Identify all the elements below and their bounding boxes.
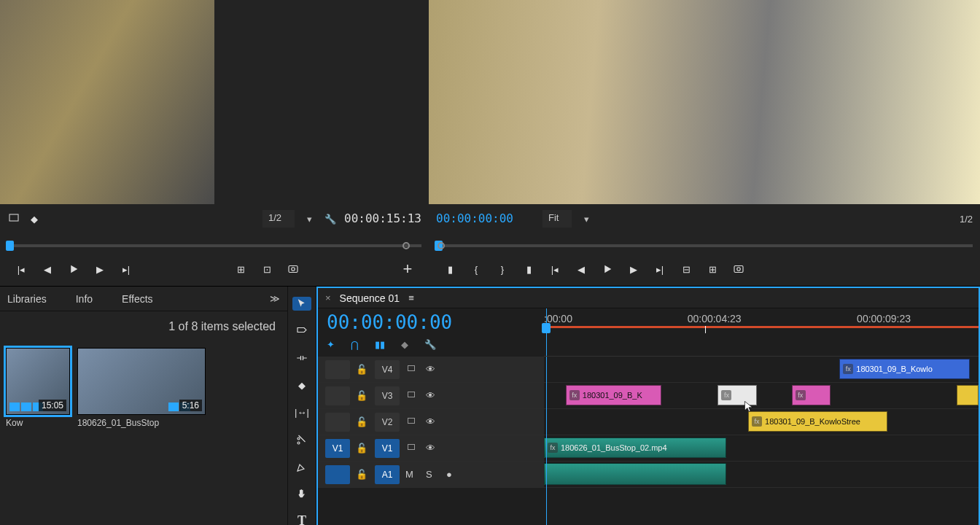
track-v2-header[interactable]: 🔓 V2 👁: [318, 409, 544, 435]
lock-icon[interactable]: 🔓: [356, 416, 369, 427]
play-icon[interactable]: [67, 262, 80, 276]
clip[interactable]: [957, 385, 979, 405]
clip[interactable]: fx180301_09_B_KowloStree: [748, 411, 887, 432]
insert-icon[interactable]: ⊞: [234, 262, 247, 276]
add-button-icon[interactable]: +: [401, 262, 414, 276]
source-scrubber[interactable]: [0, 233, 429, 255]
clip[interactable]: fx: [792, 385, 831, 405]
lock-icon[interactable]: 🔓: [356, 390, 369, 401]
go-to-out-icon[interactable]: ▸|: [120, 262, 133, 276]
snap-icon[interactable]: ✦: [327, 339, 335, 350]
record-icon[interactable]: ●: [446, 469, 461, 480]
bin-label: Kow: [6, 415, 70, 428]
timeline-toolbar: ◆ |↔| T: [287, 287, 316, 525]
eye-icon[interactable]: 👁: [426, 364, 440, 375]
set-out-icon[interactable]: }: [496, 262, 509, 276]
program-zoom-right: 1/2: [960, 214, 973, 225]
clip-audio[interactable]: [544, 463, 726, 485]
go-to-out-icon[interactable]: ▸|: [653, 262, 666, 276]
rate-stretch-tool-icon[interactable]: ◆: [292, 378, 311, 392]
set-in-icon[interactable]: {: [470, 262, 483, 276]
program-timecode[interactable]: 00:00:00:00: [436, 213, 513, 225]
bin-item[interactable]: 5:16 180626_01_BusStop: [77, 348, 206, 428]
program-scrubber[interactable]: [429, 233, 980, 255]
tabs-overflow-icon[interactable]: ≫: [270, 293, 280, 304]
sync-lock-icon[interactable]: [405, 362, 420, 376]
eye-icon[interactable]: 👁: [426, 443, 440, 454]
program-fit-select[interactable]: Fit: [542, 210, 572, 228]
export-frame-icon[interactable]: [732, 262, 745, 276]
source-video[interactable]: [0, 0, 214, 204]
program-monitor: [429, 0, 980, 204]
slip-tool-icon[interactable]: |↔|: [292, 405, 311, 419]
extract-icon[interactable]: ⊞: [706, 262, 719, 276]
ripple-edit-tool-icon[interactable]: [292, 351, 311, 365]
step-fwd-icon[interactable]: ▶: [627, 262, 640, 276]
chevron-down-icon[interactable]: ▾: [302, 214, 316, 225]
hand-tool-icon[interactable]: [292, 487, 311, 501]
source-timecode[interactable]: 00:00:15:13: [344, 213, 421, 225]
clip[interactable]: fx: [718, 385, 757, 405]
chevron-down-icon[interactable]: ▾: [579, 214, 594, 225]
overwrite-icon[interactable]: ⊡: [260, 262, 273, 276]
mark-out-icon[interactable]: ▮: [522, 262, 535, 276]
step-back-icon[interactable]: ◀: [575, 262, 588, 276]
eye-icon[interactable]: 👁: [426, 416, 440, 427]
go-to-in-icon[interactable]: |◂: [15, 262, 28, 276]
lock-icon[interactable]: 🔓: [356, 364, 369, 375]
selection-tool-icon[interactable]: [292, 297, 311, 311]
sync-lock-icon[interactable]: [405, 415, 420, 429]
step-fwd-icon[interactable]: ▶: [93, 262, 106, 276]
program-video[interactable]: [429, 0, 980, 204]
track-v1-header[interactable]: V1🔓 V1 👁: [318, 435, 544, 462]
svg-point-4: [737, 268, 741, 271]
bin-item[interactable]: 15:05 Kow: [6, 348, 70, 428]
track-a1-header[interactable]: 🔓 A1 M S ●: [318, 462, 544, 488]
track-select-tool-icon[interactable]: [292, 324, 311, 338]
type-tool-icon[interactable]: T: [292, 514, 311, 525]
marker-add-icon[interactable]: ◆: [401, 339, 408, 350]
clip[interactable]: fx180626_01_BusStop_02.mp4: [544, 438, 726, 458]
svg-rect-1: [289, 266, 298, 273]
tab-info[interactable]: Info: [76, 293, 93, 305]
linked-selection-icon[interactable]: ⋂: [351, 339, 359, 350]
settings-icon[interactable]: 🔧: [424, 339, 436, 350]
marker-icon[interactable]: ◆: [28, 212, 41, 225]
solo-icon[interactable]: S: [426, 469, 440, 480]
tab-effects[interactable]: Effects: [122, 293, 153, 305]
svg-rect-0: [9, 214, 18, 221]
source-zoom-select[interactable]: 1/2: [262, 210, 295, 228]
razor-tool-icon[interactable]: [292, 432, 311, 446]
mute-icon[interactable]: M: [405, 469, 420, 480]
sync-lock-icon[interactable]: [405, 441, 420, 455]
close-tab-icon[interactable]: ×: [325, 292, 331, 303]
step-back-icon[interactable]: ◀: [41, 262, 54, 276]
track-header: 🔓 V4 👁 🔓 V3 👁 🔓 V2 👁: [318, 357, 544, 525]
clip[interactable]: fx180301_09_B_Kowlo: [839, 359, 970, 379]
track-v3-header[interactable]: 🔓 V3 👁: [318, 383, 544, 409]
settings-icon[interactable]: [7, 212, 20, 225]
playhead[interactable]: [546, 308, 547, 356]
sequence-menu-icon[interactable]: ≡: [408, 292, 414, 303]
play-icon[interactable]: [601, 262, 614, 276]
lift-icon[interactable]: ⊟: [680, 262, 693, 276]
sequence-tab[interactable]: Sequence 01: [340, 292, 400, 304]
eye-icon[interactable]: 👁: [426, 390, 440, 401]
time-ruler[interactable]: :00:00 00:00:04:23 00:00:09:23: [544, 308, 979, 357]
lock-icon[interactable]: 🔓: [356, 469, 369, 480]
svg-rect-6: [408, 392, 414, 397]
pen-tool-icon[interactable]: [292, 459, 311, 473]
tab-libraries[interactable]: Libraries: [7, 293, 47, 305]
sync-lock-icon[interactable]: [405, 389, 420, 402]
timeline-body[interactable]: fx180301_09_B_Kowlo fx180301_09_B_K fx f…: [544, 357, 979, 525]
wrench-icon[interactable]: 🔧: [324, 212, 337, 225]
markers-icon[interactable]: ▮▮: [375, 339, 385, 350]
track-v4-header[interactable]: 🔓 V4 👁: [318, 357, 544, 383]
timeline-timecode[interactable]: 00:00:00:00: [327, 313, 535, 332]
mark-in-icon[interactable]: ▮: [443, 262, 456, 276]
go-to-in-icon[interactable]: |◂: [548, 262, 561, 276]
lock-icon[interactable]: 🔓: [356, 443, 369, 454]
svg-point-2: [292, 268, 295, 271]
export-frame-icon[interactable]: [287, 262, 300, 276]
clip[interactable]: fx180301_09_B_K: [566, 385, 661, 405]
